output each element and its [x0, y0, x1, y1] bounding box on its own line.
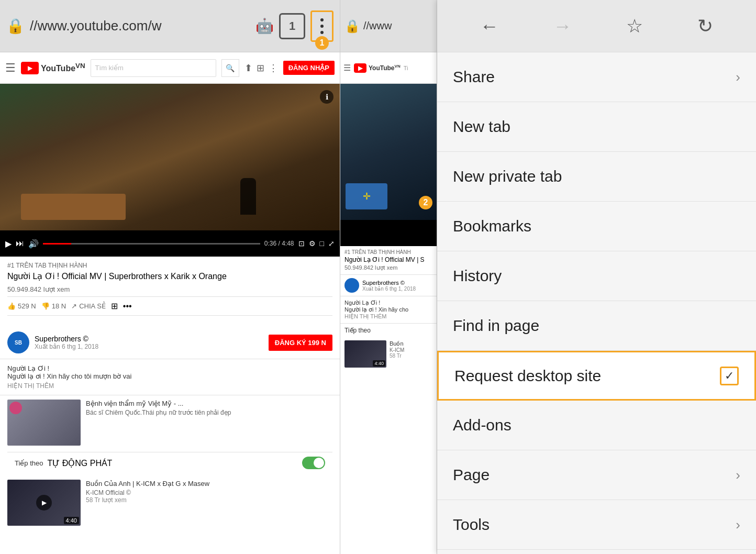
rec-video-mid: 4:40 Buồn K-ICM 58 Tr [340, 337, 437, 371]
desc-mid-1: Người Lạ Ơi ! [344, 300, 432, 306]
rec-thumb-2[interactable]: ▶ 4:40 [7, 480, 81, 526]
miniplayer-icon[interactable]: □ [320, 239, 324, 248]
channel-name-mid: Superbrothers © [362, 280, 416, 286]
show-more-left[interactable]: HIỆN THỊ THÊM [7, 382, 332, 390]
search-bar-mid-placeholder[interactable]: Ti [404, 65, 408, 71]
rec-duration-mid: 4:40 [373, 360, 385, 367]
play-button[interactable]: ▶ [5, 239, 12, 249]
video-time: 0:36 / 4:48 [264, 240, 294, 247]
share-button[interactable]: ↗ CHIA SẺ [71, 302, 106, 310]
settings-icon[interactable]: ⚙ [309, 239, 316, 248]
video-meta-mid: #1 TRÊN TAB THỊNH HÀNH Người Lạ Ơi ! Off… [340, 246, 437, 274]
lock-icon-mid: 🔒 [344, 19, 360, 34]
android-icon: 🤖 [255, 17, 274, 35]
rec-channel-2: K-ICM Official © [86, 489, 332, 496]
description-left: Người Lạ Ơi ! Người lạ ơi ! Xin hãy cho … [0, 359, 340, 395]
middle-content: ✛ 2 #1 TRÊN TAB THỊNH HÀNH Người Lạ Ơi !… [340, 84, 437, 554]
rec-video-2: ▶ 4:40 Buồn Của Anh | K-ICM x Đạt G x Ma… [7, 480, 332, 526]
menu-item-history[interactable]: History [437, 251, 756, 301]
lock-icon: 🔒 [6, 17, 25, 35]
progress-bar[interactable] [43, 243, 260, 245]
youtube-logo-mid: YouTubeVN [354, 63, 401, 73]
refresh-button[interactable]: ↻ [697, 15, 713, 37]
autoplay-toggle[interactable] [302, 457, 325, 469]
hamburger-icon[interactable]: ☰ [5, 61, 16, 75]
more-icon[interactable]: ⋮ [269, 62, 278, 74]
youtube-logo-text-mid: YouTubeVN [369, 64, 401, 72]
search-button[interactable]: 🔍 [221, 59, 239, 77]
next-button[interactable]: ⏭ [16, 239, 24, 248]
rec-video-1: Bệnh viện thẩm mỹ Việt Mỹ - ... Bác sĩ C… [7, 400, 332, 446]
rec-views-2: 58 Tr lượt xem [86, 496, 332, 504]
rec-thumb-mid[interactable]: 4:40 [344, 340, 386, 368]
left-browser: 🔒 //www.youtube.com/w 🤖 1 1 ☰ YouTubeVN … [0, 0, 340, 554]
autoplay-text: TỰ ĐỘNG PHÁT [48, 458, 303, 468]
tools-arrow-icon: › [736, 517, 740, 533]
menu-item-addons[interactable]: Add-ons [437, 401, 756, 450]
video-bg-mid: ✛ 2 [340, 84, 437, 220]
menu-item-bookmarks[interactable]: Bookmarks [437, 202, 756, 251]
menu-item-page[interactable]: Page › [437, 450, 756, 500]
view-count-mid: 50.949.842 lượt xem [344, 264, 432, 271]
rec-views-mid: 58 Tr [390, 353, 404, 359]
page-arrow-icon: › [736, 467, 740, 483]
like-stat[interactable]: 👍 529 N [7, 302, 36, 310]
request-desktop-checkbox[interactable]: ✓ [720, 367, 739, 385]
menu-item-request-desktop[interactable]: Request desktop site ✓ [437, 351, 756, 401]
apps-icon[interactable]: ⊞ [257, 62, 264, 74]
video-controls-mid [340, 220, 437, 246]
desc-line-2: Người lạ ơi ! Xin hãy cho tôi mượn bờ va… [7, 372, 332, 380]
thumbs-down-icon: 👎 [41, 302, 50, 310]
recommended-left: Bệnh viện thẩm mỹ Việt Mỹ - ... Bác sĩ C… [0, 395, 340, 530]
rec-channel-1: Bác sĩ Chiêm Quốc.Thái phụ nữ trước tiên… [86, 409, 332, 416]
upload-icon[interactable]: ⬆ [244, 62, 252, 74]
youtube-toolbar-mid: ☰ YouTubeVN Ti [340, 52, 437, 84]
forward-button[interactable]: → [553, 15, 572, 37]
back-button[interactable]: ← [480, 15, 499, 37]
subscribe-button-left[interactable]: ĐĂNG KÝ 199 N [269, 335, 332, 351]
menu-item-tools[interactable]: Tools › [437, 500, 756, 550]
channel-name-left[interactable]: Superbrothers © [35, 335, 263, 343]
menu-item-new-tab[interactable]: New tab [437, 102, 756, 152]
left-url[interactable]: //www.youtube.com/w [30, 18, 250, 34]
video-meta-left: #1 TRÊN TAB THỊNH HÀNH Người Lạ Ơi ! Off… [0, 257, 340, 326]
browser-menu-button[interactable]: 1 [310, 10, 333, 42]
play-overlay-2: ▶ [36, 495, 52, 511]
rec-avatar-1 [9, 402, 22, 414]
rec-title-1: Bệnh viện thẩm mỹ Việt Mỹ - ... [86, 400, 332, 407]
mid-url[interactable]: //www [363, 20, 392, 32]
video-player-left[interactable]: ℹ ▶ ⏭ 🔊 0:36 / 4:48 ⊡ ⚙ □ ⤢ [0, 84, 340, 257]
dislike-stat[interactable]: 👎 18 N [41, 302, 66, 310]
hamburger-icon-mid[interactable]: ☰ [343, 63, 351, 73]
search-bar-left[interactable]: Tìm kiếm [91, 59, 216, 77]
middle-browser: 🔒 //www ☰ YouTubeVN Ti ✛ 2 [340, 0, 437, 554]
rec-thumb-1[interactable] [7, 400, 81, 446]
more-options-icon[interactable]: ⊞ [111, 301, 118, 311]
video-thumbnail-left [0, 84, 340, 230]
menu-item-share[interactable]: Share › [437, 52, 756, 102]
tab-count[interactable]: 1 [279, 13, 305, 39]
rec-info-mid: Buồn K-ICM 58 Tr [390, 340, 404, 368]
video-controls-left: ▶ ⏭ 🔊 0:36 / 4:48 ⊡ ⚙ □ ⤢ [0, 230, 340, 257]
channel-details-left: Superbrothers © Xuất bản 6 thg 1, 2018 [35, 335, 263, 350]
show-more-mid[interactable]: HIỆN THỊ THÊM [344, 313, 432, 320]
menu-item-new-private-tab[interactable]: New private tab [437, 152, 756, 202]
extra-options-icon[interactable]: ••• [123, 302, 132, 311]
rec-title-2: Buồn Của Anh | K-ICM x Đạt G x Masew [86, 480, 332, 487]
video-extra-controls: ⊡ ⚙ □ ⤢ [298, 239, 335, 248]
login-button[interactable]: ĐĂNG NHẬP [283, 61, 335, 75]
channel-avatar-mid [344, 278, 359, 293]
youtube-logo-text-left: YouTubeVN [41, 62, 85, 73]
volume-button[interactable]: 🔊 [28, 239, 39, 249]
channel-date-left: Xuất bản 6 thg 1, 2018 [35, 343, 263, 350]
next-label-mid: Tiếp theo [340, 323, 437, 337]
left-content-area: ℹ ▶ ⏭ 🔊 0:36 / 4:48 ⊡ ⚙ □ ⤢ [0, 84, 340, 554]
cc-icon[interactable]: ⊡ [298, 239, 305, 248]
menu-item-find-in-page[interactable]: Find in page [437, 301, 756, 351]
rec-duration-2: 4:40 [64, 517, 79, 524]
video-info-icon[interactable]: ℹ [320, 90, 333, 104]
channel-avatar-left: SB [7, 331, 29, 353]
fullscreen-icon[interactable]: ⤢ [328, 239, 335, 248]
bookmark-star-button[interactable]: ☆ [626, 15, 643, 37]
video-stats-left: 👍 529 N 👎 18 N ↗ CHIA SẺ ⊞ ••• [7, 296, 332, 316]
